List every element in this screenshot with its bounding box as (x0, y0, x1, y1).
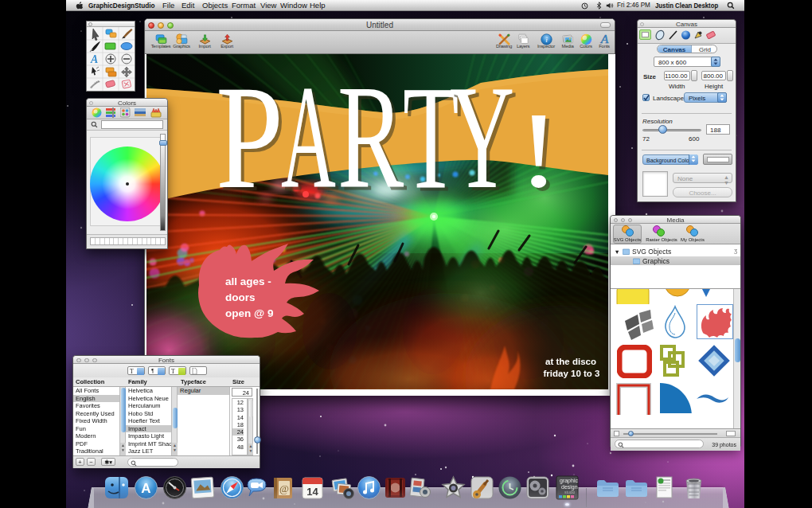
svg-text:doors: doors (225, 291, 256, 303)
svg-text:@: @ (279, 483, 289, 494)
svg-text:all ages -: all ages - (225, 275, 271, 287)
svg-text:!: ! (517, 89, 560, 209)
svg-text:A: A (90, 53, 98, 65)
svg-text:i: i (545, 36, 548, 44)
svg-text:R: R (338, 54, 404, 219)
svg-text:A: A (141, 481, 150, 496)
svg-text:A: A (281, 55, 336, 220)
svg-text:14: 14 (306, 486, 318, 498)
svg-text:P: P (216, 55, 283, 220)
svg-text:Y: Y (450, 55, 514, 219)
svg-text:studio: studio (564, 490, 576, 494)
svg-text:graphic: graphic (560, 478, 578, 484)
svg-text:open @ 9: open @ 9 (225, 307, 273, 319)
svg-text:friday 10 to 3: friday 10 to 3 (544, 369, 600, 378)
svg-text:at the disco: at the disco (545, 357, 596, 366)
